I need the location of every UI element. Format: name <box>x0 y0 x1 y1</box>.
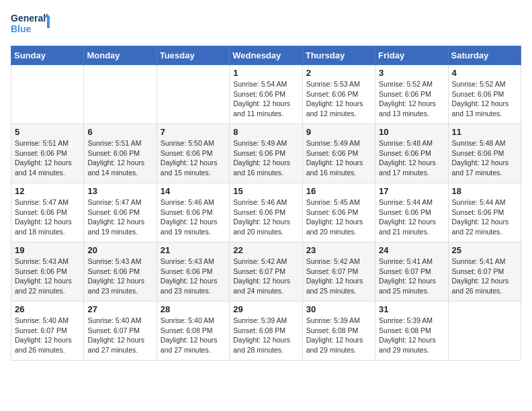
week-row-1: 1Sunrise: 5:54 AM Sunset: 6:06 PM Daylig… <box>11 65 521 124</box>
day-info: Sunrise: 5:41 AM Sunset: 6:07 PM Dayligh… <box>452 257 517 296</box>
week-row-4: 19Sunrise: 5:43 AM Sunset: 6:06 PM Dayli… <box>11 242 521 302</box>
calendar-cell: 30Sunrise: 5:39 AM Sunset: 6:08 PM Dayli… <box>302 302 375 361</box>
day-info: Sunrise: 5:52 AM Sunset: 6:06 PM Dayligh… <box>379 79 444 119</box>
calendar-cell: 2Sunrise: 5:53 AM Sunset: 6:06 PM Daylig… <box>302 65 375 124</box>
day-number: 7 <box>161 127 226 137</box>
calendar-cell: 15Sunrise: 5:46 AM Sunset: 6:06 PM Dayli… <box>230 183 302 242</box>
day-info: Sunrise: 5:47 AM Sunset: 6:06 PM Dayligh… <box>15 197 80 237</box>
day-number: 19 <box>15 245 80 255</box>
calendar-cell: 29Sunrise: 5:39 AM Sunset: 6:08 PM Dayli… <box>230 302 302 361</box>
day-info: Sunrise: 5:47 AM Sunset: 6:06 PM Dayligh… <box>87 197 152 237</box>
calendar-cell: 23Sunrise: 5:42 AM Sunset: 6:07 PM Dayli… <box>302 242 375 302</box>
calendar-cell: 21Sunrise: 5:43 AM Sunset: 6:06 PM Dayli… <box>157 242 229 302</box>
calendar-cell: 5Sunrise: 5:51 AM Sunset: 6:06 PM Daylig… <box>11 124 84 183</box>
calendar-cell <box>157 65 229 124</box>
day-info: Sunrise: 5:46 AM Sunset: 6:06 PM Dayligh… <box>233 197 298 237</box>
day-info: Sunrise: 5:39 AM Sunset: 6:08 PM Dayligh… <box>379 316 444 355</box>
logo-svg: General Blue <box>11 11 51 39</box>
day-number: 31 <box>379 304 444 314</box>
calendar-cell: 11Sunrise: 5:48 AM Sunset: 6:06 PM Dayli… <box>448 124 521 183</box>
day-info: Sunrise: 5:51 AM Sunset: 6:06 PM Dayligh… <box>15 138 80 178</box>
day-number: 18 <box>452 186 517 196</box>
day-info: Sunrise: 5:40 AM Sunset: 6:08 PM Dayligh… <box>161 316 226 355</box>
calendar-cell: 24Sunrise: 5:41 AM Sunset: 6:07 PM Dayli… <box>375 242 448 302</box>
day-info: Sunrise: 5:42 AM Sunset: 6:07 PM Dayligh… <box>306 257 371 296</box>
day-info: Sunrise: 5:53 AM Sunset: 6:06 PM Dayligh… <box>306 79 371 119</box>
day-info: Sunrise: 5:54 AM Sunset: 6:06 PM Dayligh… <box>233 79 298 119</box>
day-info: Sunrise: 5:44 AM Sunset: 6:06 PM Dayligh… <box>452 197 517 237</box>
calendar-cell: 18Sunrise: 5:44 AM Sunset: 6:06 PM Dayli… <box>448 183 521 242</box>
weekday-header-saturday: Saturday <box>448 46 521 65</box>
calendar-cell: 16Sunrise: 5:45 AM Sunset: 6:06 PM Dayli… <box>302 183 375 242</box>
calendar-cell <box>11 65 84 124</box>
day-info: Sunrise: 5:52 AM Sunset: 6:06 PM Dayligh… <box>452 79 517 119</box>
day-number: 30 <box>306 304 371 314</box>
day-info: Sunrise: 5:43 AM Sunset: 6:06 PM Dayligh… <box>87 257 152 296</box>
day-info: Sunrise: 5:50 AM Sunset: 6:06 PM Dayligh… <box>161 138 226 178</box>
day-info: Sunrise: 5:44 AM Sunset: 6:06 PM Dayligh… <box>379 197 444 237</box>
day-number: 17 <box>379 186 444 196</box>
calendar-cell <box>448 302 521 361</box>
day-number: 15 <box>233 186 298 196</box>
weekday-header-row: SundayMondayTuesdayWednesdayThursdayFrid… <box>11 46 521 65</box>
calendar-cell: 14Sunrise: 5:46 AM Sunset: 6:06 PM Dayli… <box>157 183 229 242</box>
week-row-3: 12Sunrise: 5:47 AM Sunset: 6:06 PM Dayli… <box>11 183 521 242</box>
calendar-cell: 19Sunrise: 5:43 AM Sunset: 6:06 PM Dayli… <box>11 242 84 302</box>
calendar-cell: 8Sunrise: 5:49 AM Sunset: 6:06 PM Daylig… <box>230 124 302 183</box>
weekday-header-wednesday: Wednesday <box>230 46 302 65</box>
day-info: Sunrise: 5:49 AM Sunset: 6:06 PM Dayligh… <box>233 138 298 178</box>
calendar-cell: 31Sunrise: 5:39 AM Sunset: 6:08 PM Dayli… <box>375 302 448 361</box>
calendar-cell: 13Sunrise: 5:47 AM Sunset: 6:06 PM Dayli… <box>84 183 157 242</box>
day-number: 16 <box>306 186 371 196</box>
svg-text:Blue: Blue <box>11 24 32 34</box>
day-number: 11 <box>452 127 517 137</box>
calendar-cell <box>84 65 157 124</box>
weekday-header-sunday: Sunday <box>11 46 84 65</box>
day-number: 8 <box>233 127 298 137</box>
day-number: 5 <box>15 127 80 137</box>
calendar-cell: 28Sunrise: 5:40 AM Sunset: 6:08 PM Dayli… <box>157 302 229 361</box>
day-number: 29 <box>233 304 298 314</box>
day-number: 26 <box>15 304 80 314</box>
calendar-cell: 10Sunrise: 5:48 AM Sunset: 6:06 PM Dayli… <box>375 124 448 183</box>
day-info: Sunrise: 5:43 AM Sunset: 6:06 PM Dayligh… <box>161 257 226 296</box>
day-number: 24 <box>379 245 444 255</box>
day-number: 28 <box>161 304 226 314</box>
day-number: 14 <box>161 186 226 196</box>
calendar-cell: 4Sunrise: 5:52 AM Sunset: 6:06 PM Daylig… <box>448 65 521 124</box>
day-number: 22 <box>233 245 298 255</box>
calendar-cell: 17Sunrise: 5:44 AM Sunset: 6:06 PM Dayli… <box>375 183 448 242</box>
calendar-cell: 20Sunrise: 5:43 AM Sunset: 6:06 PM Dayli… <box>84 242 157 302</box>
day-info: Sunrise: 5:49 AM Sunset: 6:06 PM Dayligh… <box>306 138 371 178</box>
day-number: 4 <box>452 68 517 78</box>
day-number: 2 <box>306 68 371 78</box>
day-info: Sunrise: 5:42 AM Sunset: 6:07 PM Dayligh… <box>233 257 298 296</box>
day-number: 23 <box>306 245 371 255</box>
day-info: Sunrise: 5:40 AM Sunset: 6:07 PM Dayligh… <box>87 316 152 355</box>
day-info: Sunrise: 5:48 AM Sunset: 6:06 PM Dayligh… <box>379 138 444 178</box>
day-number: 1 <box>233 68 298 78</box>
calendar-cell: 27Sunrise: 5:40 AM Sunset: 6:07 PM Dayli… <box>84 302 157 361</box>
calendar-cell: 22Sunrise: 5:42 AM Sunset: 6:07 PM Dayli… <box>230 242 302 302</box>
day-info: Sunrise: 5:51 AM Sunset: 6:06 PM Dayligh… <box>87 138 152 178</box>
day-number: 3 <box>379 68 444 78</box>
weekday-header-thursday: Thursday <box>302 46 375 65</box>
calendar-cell: 7Sunrise: 5:50 AM Sunset: 6:06 PM Daylig… <box>157 124 229 183</box>
day-number: 13 <box>87 186 152 196</box>
day-number: 21 <box>161 245 226 255</box>
day-info: Sunrise: 5:46 AM Sunset: 6:06 PM Dayligh… <box>161 197 226 237</box>
week-row-5: 26Sunrise: 5:40 AM Sunset: 6:07 PM Dayli… <box>11 302 521 361</box>
day-number: 10 <box>379 127 444 137</box>
day-info: Sunrise: 5:39 AM Sunset: 6:08 PM Dayligh… <box>233 316 298 355</box>
calendar-cell: 3Sunrise: 5:52 AM Sunset: 6:06 PM Daylig… <box>375 65 448 124</box>
day-number: 27 <box>87 304 152 314</box>
calendar-table: SundayMondayTuesdayWednesdayThursdayFrid… <box>11 46 521 361</box>
day-info: Sunrise: 5:48 AM Sunset: 6:06 PM Dayligh… <box>452 138 517 178</box>
page-header: General Blue <box>11 11 521 39</box>
day-info: Sunrise: 5:45 AM Sunset: 6:06 PM Dayligh… <box>306 197 371 237</box>
weekday-header-friday: Friday <box>375 46 448 65</box>
weekday-header-tuesday: Tuesday <box>157 46 229 65</box>
day-number: 20 <box>87 245 152 255</box>
day-number: 12 <box>15 186 80 196</box>
day-info: Sunrise: 5:43 AM Sunset: 6:06 PM Dayligh… <box>15 257 80 296</box>
